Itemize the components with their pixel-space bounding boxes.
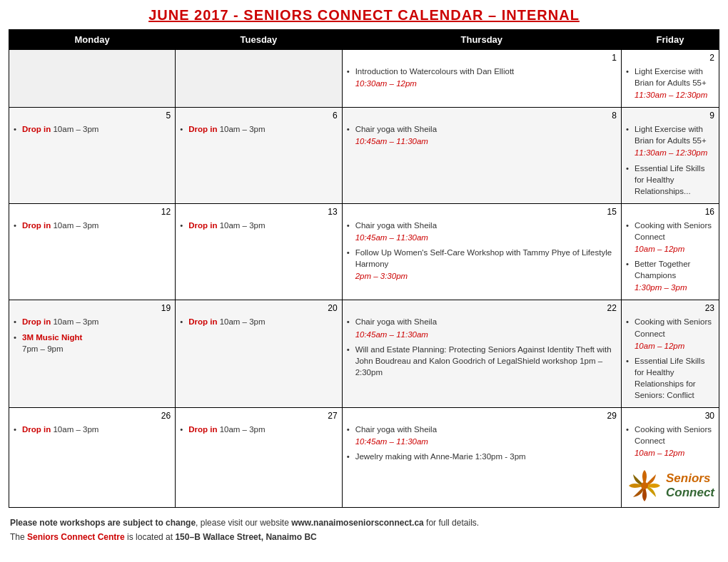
footer-line2-mid: is located at (125, 532, 176, 542)
day-number: 16 (626, 207, 714, 217)
day-number: 23 (626, 303, 714, 313)
footer-note-rest: , please visit our website (196, 518, 291, 528)
cell-friday-2: 9Light Exercise with Brian for Adults 55… (621, 108, 719, 204)
event-item: Introduction to Watercolours with Dan El… (347, 66, 617, 89)
calendar-row-3: 12Drop in 10am – 3pm13Drop in 10am – 3pm… (9, 203, 719, 300)
cell-monday-2: 5Drop in 10am – 3pm (9, 108, 176, 204)
header-thursday: Thursday (342, 30, 621, 50)
day-number: 8 (347, 111, 617, 121)
cell-thursday-4: 22Chair yoga with Sheila10:45am – 11:30a… (342, 300, 621, 408)
event-item: Chair yoga with Sheila10:45am – 11:30am (347, 220, 617, 243)
cell-thursday-3: 15Chair yoga with Sheila10:45am – 11:30a… (342, 203, 621, 300)
header-tuesday: Tuesday (176, 30, 342, 50)
logo-area: SeniorsConnect (626, 467, 714, 504)
calendar-row-1: 1Introduction to Watercolours with Dan E… (9, 50, 719, 108)
event-item: Essential Life Skills for Healthy Relati… (626, 355, 714, 401)
event-item: Drop in 10am – 3pm (180, 424, 337, 435)
event-item: Light Exercise with Brian for Adults 55+… (626, 123, 714, 158)
event-item: Chair yoga with Sheila10:45am – 11:30am (347, 316, 617, 339)
cell-thursday-5: 29Chair yoga with Sheila10:45am – 11:30a… (342, 408, 621, 508)
day-number: 27 (180, 411, 337, 421)
event-item: Light Exercise with Brian for Adults 55+… (626, 66, 714, 101)
footer-note-end: for full details. (424, 518, 479, 528)
footer-note-bold: Please note workshops are subject to cha… (10, 518, 196, 528)
event-item: Drop in 10am – 3pm (14, 220, 171, 231)
day-number: 19 (14, 303, 171, 313)
event-item: Essential Life Skills for Healthy Relati… (626, 163, 714, 197)
calendar-row-4: 19Drop in 10am – 3pm3M Music Night7pm – … (9, 300, 719, 408)
logo-seniors-text: Seniors (666, 471, 714, 486)
cell-tuesday-4: 20Drop in 10am – 3pm (176, 300, 342, 408)
day-number: 9 (626, 111, 714, 121)
header-monday: Monday (9, 30, 176, 50)
event-item: Chair yoga with Sheila10:45am – 11:30am (347, 424, 617, 447)
event-item: Chair yoga with Sheila10:45am – 11:30am (347, 123, 617, 147)
day-number: 1 (347, 53, 617, 63)
day-number: 13 (180, 207, 337, 217)
cell-tuesday-3: 13Drop in 10am – 3pm (176, 203, 342, 300)
cell-thursday-1: 1Introduction to Watercolours with Dan E… (342, 50, 621, 108)
day-number: 5 (14, 111, 171, 121)
logo-connect-text: Connect (666, 486, 714, 500)
event-item: Follow Up Women's Self-Care Workshop wit… (347, 247, 617, 282)
day-number: 2 (626, 53, 714, 63)
event-item: 3M Music Night7pm – 9pm (14, 332, 171, 354)
footer-text: Please note workshops are subject to cha… (10, 516, 718, 545)
cell-friday-1: 2Light Exercise with Brian for Adults 55… (621, 50, 719, 108)
footer-line2: The Seniors Connect Centre is located at… (10, 531, 718, 543)
event-item: Drop in 10am – 3pm (14, 123, 171, 135)
event-item: Drop in 10am – 3pm (180, 316, 337, 327)
event-item: Will and Estate Planning: Protecting Sen… (347, 344, 617, 378)
calendar-table: Monday Tuesday Thursday Friday 1Introduc… (9, 29, 719, 508)
page-title: JUNE 2017 - SENIORS CONNECT CALENDAR – I… (9, 7, 719, 24)
event-item: Drop in 10am – 3pm (14, 316, 171, 327)
event-item: Jewelry making with Anne-Marie 1:30pm - … (347, 451, 617, 462)
day-number: 15 (347, 207, 617, 217)
day-number: 26 (14, 411, 171, 421)
footer-line1: Please note workshops are subject to cha… (10, 516, 718, 529)
day-number: 22 (347, 303, 617, 313)
day-number: 6 (180, 111, 337, 121)
header-friday: Friday (621, 30, 719, 50)
leaf-icon (626, 467, 663, 504)
cell-tuesday-2: 6Drop in 10am – 3pm (176, 108, 342, 204)
cell-tuesday-5: 27Drop in 10am – 3pm (176, 408, 342, 508)
day-number: 30 (626, 411, 714, 421)
cell-monday-3: 12Drop in 10am – 3pm (9, 203, 176, 300)
footer-website: www.nanaimoseniorsconnect.ca (291, 518, 424, 528)
calendar-row-5: 26Drop in 10am – 3pm27Drop in 10am – 3pm… (9, 408, 719, 508)
event-item: Better Together Champions1:30pm – 3pm (626, 258, 714, 293)
event-item: Cooking with Seniors Connect10am – 12pm (626, 220, 714, 255)
event-item: Drop in 10am – 3pm (14, 424, 171, 435)
cell-friday-4: 23Cooking with Seniors Connect10am – 12p… (621, 300, 719, 408)
cell-monday-4: 19Drop in 10am – 3pm3M Music Night7pm – … (9, 300, 176, 408)
footer-org-name: Seniors Connect Centre (27, 532, 125, 542)
svg-point-0 (641, 482, 648, 489)
cell-monday-5: 26Drop in 10am – 3pm (9, 408, 176, 508)
cell-friday-3: 16Cooking with Seniors Connect10am – 12p… (621, 203, 719, 300)
day-number: 12 (14, 207, 171, 217)
footer: Please note workshops are subject to cha… (9, 514, 719, 548)
day-number: 29 (347, 411, 617, 421)
cell-friday-5: 30Cooking with Seniors Connect10am – 12p… (621, 408, 719, 508)
event-item: Drop in 10am – 3pm (180, 123, 337, 135)
day-number: 20 (180, 303, 337, 313)
cell-thursday-2: 8Chair yoga with Sheila10:45am – 11:30am (342, 108, 621, 204)
event-item: Drop in 10am – 3pm (180, 220, 337, 231)
event-item: Cooking with Seniors Connect10am – 12pm (626, 424, 714, 459)
event-item: Cooking with Seniors Connect10am – 12pm (626, 316, 714, 351)
calendar-row-2: 5Drop in 10am – 3pm6Drop in 10am – 3pm8C… (9, 108, 719, 204)
footer-address: 150–B Wallace Street, Nanaimo BC (175, 532, 316, 542)
footer-line2-start: The (10, 532, 27, 542)
